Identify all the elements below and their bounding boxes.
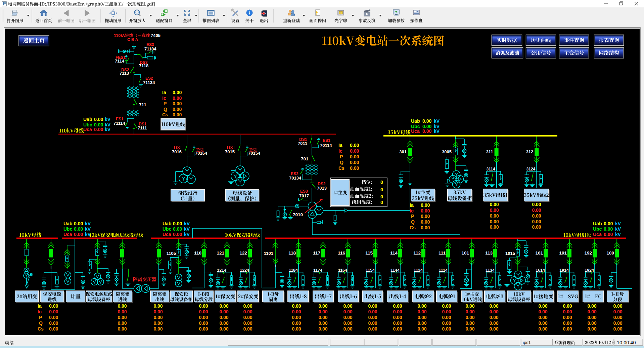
svg-text:kV: kV — [85, 221, 91, 226]
svg-text:191: 191 — [559, 250, 567, 256]
svg-text:Uca: Uca — [83, 127, 92, 132]
svg-text:0.00: 0.00 — [350, 160, 359, 165]
svg-text:0.00: 0.00 — [350, 143, 359, 148]
svg-text:0.00: 0.00 — [153, 326, 163, 332]
svg-text:0.00: 0.00 — [94, 117, 103, 122]
svg-text:121: 121 — [217, 250, 224, 256]
svg-text:0.00: 0.00 — [118, 309, 127, 314]
svg-text:0.00: 0.00 — [604, 221, 613, 226]
svg-text:Ubc: Ubc — [163, 226, 172, 232]
svg-text:0.00: 0.00 — [421, 219, 430, 225]
svg-text:0.00: 0.00 — [532, 207, 541, 213]
svg-text:10:00:40: 10:00:40 — [617, 340, 636, 345]
svg-text:Cs: Cs — [38, 326, 44, 332]
svg-text:Ia: Ia — [162, 90, 166, 95]
svg-text:Uca: Uca — [163, 232, 171, 237]
svg-text:0.00: 0.00 — [153, 315, 163, 320]
svg-text:0.00: 0.00 — [613, 326, 622, 332]
svg-text:0.00: 0.00 — [173, 232, 182, 237]
svg-text:0.00: 0.00 — [417, 320, 426, 326]
svg-text:0.00: 0.00 — [489, 320, 498, 326]
svg-text:0.00: 0.00 — [153, 303, 163, 309]
svg-text:0.00: 0.00 — [613, 303, 622, 309]
svg-text:70164: 70164 — [195, 151, 208, 156]
svg-text:0.00: 0.00 — [393, 303, 402, 309]
svg-text:116: 116 — [338, 250, 345, 256]
svg-text:0.00: 0.00 — [442, 326, 451, 332]
svg-text:0.00: 0.00 — [243, 303, 252, 309]
svg-text:0.00: 0.00 — [538, 315, 547, 320]
svg-text:0.00: 0.00 — [538, 326, 547, 332]
svg-text:Ia: Ia — [338, 143, 342, 148]
svg-text:0.00: 0.00 — [49, 309, 58, 314]
svg-text:0.00: 0.00 — [417, 326, 426, 332]
svg-text:0.00: 0.00 — [243, 315, 252, 320]
svg-text:0.00: 0.00 — [489, 303, 498, 309]
svg-text:110: 110 — [194, 250, 201, 256]
svg-text:kV: kV — [434, 118, 440, 124]
svg-text:0.00: 0.00 — [199, 320, 208, 326]
svg-text:0.00: 0.00 — [465, 315, 474, 320]
svg-text:0.00: 0.00 — [173, 95, 182, 101]
svg-text:0.00: 0.00 — [538, 303, 547, 309]
svg-text:0.00: 0.00 — [318, 303, 327, 309]
svg-text:Ic: Ic — [162, 95, 166, 101]
svg-text:0.00: 0.00 — [153, 320, 163, 326]
svg-text:Ubc: Ubc — [593, 226, 602, 232]
svg-text:0.00: 0.00 — [490, 219, 499, 224]
svg-text:0.00: 0.00 — [538, 309, 547, 314]
svg-text:Uab: Uab — [163, 221, 171, 226]
svg-text:Cs: Cs — [162, 112, 168, 117]
svg-text:312: 312 — [526, 149, 534, 154]
svg-text:0.00: 0.00 — [292, 326, 301, 332]
svg-text:kV: kV — [184, 232, 190, 237]
svg-text:0.00: 0.00 — [318, 320, 327, 326]
svg-text:0.00: 0.00 — [587, 309, 596, 314]
svg-text:0.00: 0.00 — [490, 224, 499, 230]
svg-text:118: 118 — [288, 250, 296, 256]
svg-text:0.00: 0.00 — [417, 309, 426, 314]
svg-text:3124: 3124 — [526, 167, 536, 171]
svg-text:0: 0 — [380, 194, 383, 199]
svg-text:0.00: 0.00 — [350, 154, 359, 159]
svg-text:Ic: Ic — [38, 309, 42, 314]
svg-text:0.00: 0.00 — [613, 309, 622, 314]
svg-text:Cs: Cs — [338, 165, 344, 171]
svg-text:P: P — [411, 214, 414, 219]
svg-text:Ic: Ic — [338, 148, 342, 154]
svg-text:kV: kV — [85, 232, 91, 237]
svg-text:114: 114 — [390, 250, 398, 256]
svg-text:0.00: 0.00 — [587, 315, 596, 320]
svg-text:Q: Q — [39, 320, 43, 326]
svg-text:0.00: 0.00 — [74, 221, 83, 226]
svg-text:0.00: 0.00 — [417, 315, 426, 320]
svg-text:7114: 7114 — [115, 59, 125, 64]
svg-text:0.00: 0.00 — [532, 219, 541, 224]
svg-text:0.00: 0.00 — [243, 309, 252, 314]
svg-text:711: 711 — [139, 102, 146, 107]
svg-text:0.00: 0.00 — [368, 320, 377, 326]
svg-text:1101: 1101 — [264, 251, 273, 256]
svg-text:kV: kV — [184, 221, 190, 226]
svg-text:0.00: 0.00 — [173, 90, 182, 95]
svg-text:111: 111 — [439, 250, 446, 256]
svg-text:0.00: 0.00 — [219, 303, 228, 309]
svg-text:7113: 7113 — [120, 71, 129, 76]
svg-text:71114: 71114 — [113, 121, 125, 126]
svg-text:7111: 7111 — [138, 125, 147, 130]
svg-text:0.00: 0.00 — [417, 303, 426, 309]
svg-text:0.00: 0.00 — [219, 309, 228, 314]
svg-text:Ia: Ia — [38, 303, 42, 309]
svg-text:0.00: 0.00 — [587, 320, 596, 326]
svg-text:0.00: 0.00 — [604, 232, 613, 237]
svg-text:Q: Q — [411, 219, 415, 225]
svg-text:0.00: 0.00 — [343, 320, 352, 326]
svg-text:0.00: 0.00 — [465, 303, 474, 309]
svg-text:kV: kV — [105, 117, 111, 122]
svg-text:Q: Q — [340, 160, 343, 165]
svg-text:ES3: ES3 — [300, 189, 308, 194]
svg-text:0.00: 0.00 — [118, 315, 127, 320]
svg-text:0.00: 0.00 — [153, 309, 163, 314]
svg-text:0.00: 0.00 — [490, 207, 499, 213]
svg-text:71134: 71134 — [143, 80, 155, 85]
